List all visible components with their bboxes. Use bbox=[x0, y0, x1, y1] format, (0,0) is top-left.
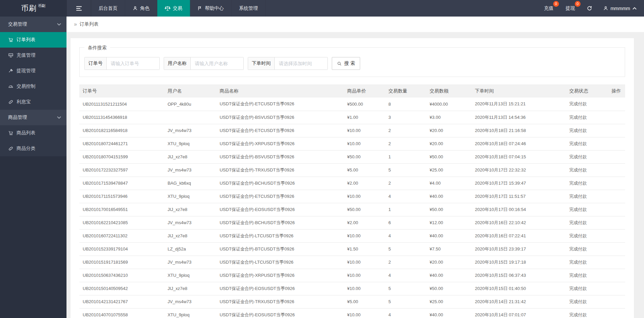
table-cell: JIJ_xz7e8 bbox=[164, 229, 216, 242]
table-cell: UB2010182116584918 bbox=[79, 124, 164, 137]
table-cell: ¥50.00 bbox=[344, 150, 385, 163]
sidebar-toggle-button[interactable] bbox=[66, 0, 91, 17]
table-cell: ¥25.00 bbox=[426, 295, 472, 308]
table-cell: USDT保证金合约-LTCUSDT当季0926 bbox=[216, 229, 344, 242]
cart-icon bbox=[8, 37, 14, 43]
nav-item-roles[interactable]: 角色 bbox=[125, 0, 157, 17]
user-icon bbox=[603, 6, 608, 11]
table-cell bbox=[608, 163, 625, 177]
table-cell: XTU_9ploq bbox=[164, 137, 216, 150]
table-cell: ¥50.00 bbox=[344, 203, 385, 216]
table-cell: 2020年10月17日 11:51:57 bbox=[472, 190, 566, 203]
nav-item-help-center[interactable]: 帮助中心 bbox=[190, 0, 232, 17]
table-cell bbox=[608, 269, 625, 282]
table-cell: UB2010172232327597 bbox=[79, 163, 164, 177]
table-cell: 2020年11月13日 15:21:21 bbox=[472, 98, 566, 111]
order-time-input[interactable] bbox=[275, 57, 327, 70]
table-row: UB2010182116584918JV_ms4w73USDT保证金合约-ETC… bbox=[79, 124, 625, 137]
sidebar-item-interest-treasure[interactable]: 利息宝 bbox=[0, 94, 66, 110]
breadcrumb-separator-icon: » bbox=[74, 21, 77, 27]
table-cell: ¥5.00 bbox=[344, 163, 385, 177]
sidebar-item-order-list[interactable]: 订单列表 bbox=[0, 32, 66, 48]
user-menu[interactable]: mmmmm bbox=[598, 0, 644, 17]
table-cell: UB2010160722411302 bbox=[79, 229, 164, 242]
user-icon bbox=[133, 6, 138, 11]
cart-icon bbox=[8, 130, 14, 136]
table-row: UB2010160722411302JIJ_xz7e8USDT保证金合约-LTC… bbox=[79, 229, 625, 242]
table-cell bbox=[608, 137, 625, 150]
sidebar-item-product-category[interactable]: 商品分类 bbox=[0, 141, 66, 156]
withdraw-button[interactable]: 提现 0 bbox=[560, 0, 581, 17]
sidebar-item-label: 商品分类 bbox=[17, 145, 35, 152]
table-row: UB2010152339179104LZ_dj52aUSDT保证金合约-BTCU… bbox=[79, 242, 625, 256]
table-cell: 完成付款 bbox=[566, 203, 608, 216]
table-cell: 2 bbox=[385, 256, 426, 269]
table-cell: 完成付款 bbox=[566, 150, 608, 163]
page-title: 订单列表 bbox=[80, 21, 99, 27]
sidebar-item-trade-control[interactable]: 交易控制 bbox=[0, 79, 66, 94]
table-cell: 完成付款 bbox=[566, 256, 608, 269]
table-cell: 2 bbox=[385, 177, 426, 190]
order-no-input[interactable] bbox=[107, 57, 159, 70]
table-cell: USDT保证金合约-LTCUSDT当季0926 bbox=[216, 256, 344, 269]
table-cell bbox=[608, 282, 625, 295]
search-button-label: 搜 索 bbox=[344, 60, 355, 67]
sidebar-item-label: 充值管理 bbox=[17, 52, 35, 58]
refresh-icon bbox=[587, 5, 592, 11]
search-button[interactable]: 搜 索 bbox=[332, 57, 360, 70]
refresh-button[interactable] bbox=[581, 0, 598, 17]
table-cell: USDT保证金合约-ETCUSDT当季0926 bbox=[216, 124, 344, 137]
table-cell: 完成付款 bbox=[566, 190, 608, 203]
nav-item-trade[interactable]: 交易 bbox=[157, 0, 190, 17]
table-cell: ¥10.00 bbox=[344, 137, 385, 150]
table-cell: 4 bbox=[385, 190, 426, 203]
table-row: UB2010180704151599JIJ_xz7e8USDT保证金合约-BSV… bbox=[79, 150, 625, 163]
table-header-cell: 交易数量 bbox=[385, 84, 426, 98]
table-cell bbox=[608, 295, 625, 308]
sidebar-item-withdraw-management[interactable]: 提现管理 bbox=[0, 63, 66, 79]
chevron-up-icon bbox=[633, 7, 637, 10]
recharge-button[interactable]: 充值 0 bbox=[538, 0, 560, 17]
table-header-cell: 下单时间 bbox=[472, 84, 566, 98]
table-header-cell: 用户名 bbox=[164, 84, 216, 98]
main-area: » 订单列表 条件搜索 订单号 用户名称 下单时间 bbox=[66, 17, 644, 318]
table-cell: USDT保证金合约-TRXUSDT当季0926 bbox=[216, 163, 344, 177]
table-cell: USDT保证金合约-BTCUSDT当季0926 bbox=[216, 242, 344, 256]
table-cell: UB2010170016549551 bbox=[79, 203, 164, 216]
table-row: UB2011131454366918USDT保证金合约-BSVUSDT当季092… bbox=[79, 111, 625, 124]
table-cell: BAG_kb6xq bbox=[164, 177, 216, 190]
nav-item-system[interactable]: 系统管理 bbox=[232, 0, 266, 17]
table-row: UB2011131521211504OPP_4k80uUSDT保证金合约-ETC… bbox=[79, 98, 625, 111]
order-no-group: 订单号 bbox=[84, 57, 160, 70]
username-input[interactable] bbox=[191, 57, 243, 70]
table-cell bbox=[608, 229, 625, 242]
table-cell: 2020年10月15日 01:40:50 bbox=[472, 282, 566, 295]
table-cell: ¥5.00 bbox=[344, 295, 385, 308]
table-cell: ¥12.00 bbox=[426, 216, 472, 229]
table-cell: 2020年10月15日 23:39:17 bbox=[472, 242, 566, 256]
sidebar-item-label: 订单列表 bbox=[17, 37, 35, 43]
table-cell: USDT保证金合约-BCHUSDT当季0926 bbox=[216, 216, 344, 229]
topbar: 币刷 币刷 后台首页 角色 交易 帮助中心 系统管理 充值 0 bbox=[0, 0, 644, 17]
table-row: UB2010151917181569JV_ms4w73USDT保证金合约-LTC… bbox=[79, 256, 625, 269]
username-group: 用户名称 bbox=[164, 57, 244, 70]
table-cell: UB2010180724461271 bbox=[79, 137, 164, 150]
table-header-cell: 商品单价 bbox=[344, 84, 385, 98]
table-cell: 2020年10月18日 07:24:46 bbox=[472, 137, 566, 150]
sidebar-group-product-management[interactable]: 商品管理 bbox=[0, 110, 66, 125]
table-cell: UB2011131454366918 bbox=[79, 111, 164, 124]
nav-item-dashboard[interactable]: 后台首页 bbox=[91, 0, 125, 17]
sidebar-item-product-list[interactable]: 商品列表 bbox=[0, 125, 66, 141]
table-cell: 完成付款 bbox=[566, 137, 608, 150]
sidebar-item-label: 商品列表 bbox=[17, 130, 35, 136]
table-cell: 2020年10月18日 07:04:15 bbox=[472, 150, 566, 163]
sidebar-item-recharge-management[interactable]: 充值管理 bbox=[0, 48, 66, 63]
table-cell: 完成付款 bbox=[566, 308, 608, 318]
table-cell: 2020年10月14日 21:31:42 bbox=[472, 295, 566, 308]
table-cell: ¥40.00 bbox=[426, 308, 472, 318]
table-cell: UB2010150140509542 bbox=[79, 282, 164, 295]
table-cell: 2 bbox=[385, 137, 426, 150]
sidebar-group-trade-management[interactable]: 交易管理 bbox=[0, 17, 66, 32]
table-cell: UB2010150637436210 bbox=[79, 269, 164, 282]
table-row: UB2010171151573946XTU_9ploqUSDT保证金合约-ETC… bbox=[79, 190, 625, 203]
